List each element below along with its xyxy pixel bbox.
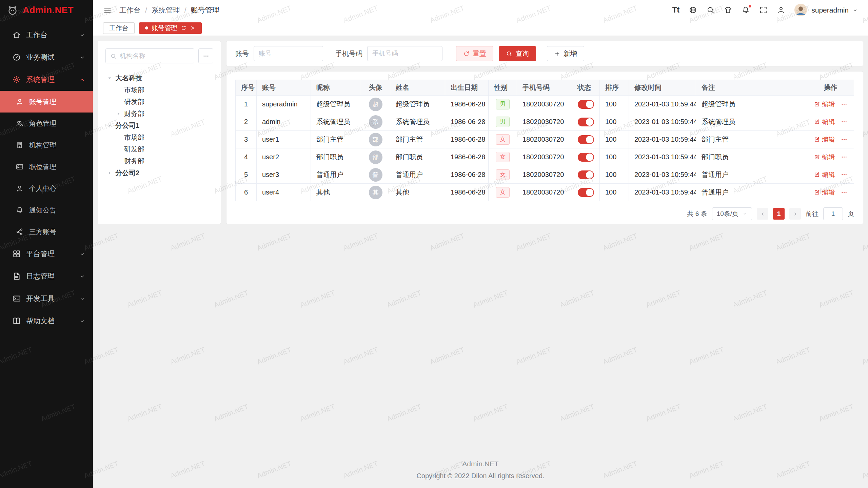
caret-down-icon[interactable]: [107, 123, 113, 128]
caret-right-icon[interactable]: [116, 111, 121, 117]
tree-node[interactable]: 研发部: [105, 143, 213, 155]
hamburger-menu-icon[interactable]: [103, 6, 112, 15]
breadcrumb-item[interactable]: 工作台: [119, 5, 141, 15]
column-header: 出生日期: [445, 80, 489, 96]
sidebar-item-grid[interactable]: 平台管理: [0, 243, 93, 265]
tree-node-label: 财务部: [124, 157, 144, 166]
tab-refresh-icon[interactable]: [181, 25, 186, 31]
row-more-button[interactable]: [841, 171, 848, 178]
tree-node[interactable]: 研发部: [105, 96, 213, 108]
row-more-button[interactable]: [841, 136, 848, 143]
status-toggle[interactable]: [578, 100, 594, 109]
add-button[interactable]: 新增: [547, 46, 584, 61]
tree-node[interactable]: 分公司1: [105, 120, 213, 131]
tree-node[interactable]: 市场部: [105, 131, 213, 143]
page-size-select[interactable]: 10条/页: [712, 207, 752, 220]
tree-node[interactable]: 财务部: [105, 155, 213, 167]
tab-0[interactable]: 工作台: [103, 22, 135, 34]
username[interactable]: superadmin: [811, 6, 849, 14]
cell-birthdate: 1986-06-28: [445, 96, 489, 113]
sidebar-item-compass[interactable]: 业务测试: [0, 46, 93, 68]
breadcrumb-item[interactable]: 账号管理: [191, 5, 219, 15]
tree-more-button[interactable]: [198, 48, 213, 63]
cell-nickname: 其他: [311, 184, 361, 201]
edit-button[interactable]: 编辑: [814, 153, 835, 162]
reset-button[interactable]: 重置: [456, 46, 493, 61]
status-toggle[interactable]: [578, 188, 594, 197]
sidebar-item-doc[interactable]: 日志管理: [0, 265, 93, 287]
cell-nickname: 部门职员: [311, 148, 361, 166]
edit-button[interactable]: 编辑: [814, 170, 835, 179]
status-toggle[interactable]: [578, 118, 594, 126]
page-number-button[interactable]: 1: [773, 208, 785, 220]
tab-1[interactable]: 账号管理: [139, 22, 202, 34]
cell-nickname: 普通用户: [311, 166, 361, 184]
sidebar-item-gear[interactable]: 系统管理: [0, 68, 93, 91]
sidebar-subitem-bell[interactable]: 通知公告: [0, 199, 93, 221]
tree-node[interactable]: 财务部: [105, 108, 213, 120]
goto-page-input[interactable]: [823, 207, 843, 220]
caret-down-icon[interactable]: [107, 75, 113, 81]
breadcrumb-separator: /: [145, 6, 147, 14]
account-input[interactable]: [254, 46, 323, 61]
cell-remark: 普通用户: [696, 166, 807, 184]
cell-birthdate: 1986-06-28: [445, 131, 489, 148]
profile-icon[interactable]: [777, 6, 785, 14]
cell-remark: 部门职员: [696, 148, 807, 166]
row-more-button[interactable]: [841, 189, 848, 196]
status-toggle[interactable]: [578, 135, 594, 144]
notification-bell[interactable]: [742, 6, 750, 14]
search-button[interactable]: 查询: [499, 46, 536, 61]
edit-button[interactable]: 编辑: [814, 100, 835, 109]
account-label: 账号: [235, 49, 249, 58]
sidebar-item-home[interactable]: 工作台: [0, 24, 93, 46]
column-header: 状态: [572, 80, 600, 96]
org-search-box: [105, 48, 194, 63]
tree-node[interactable]: 市场部: [105, 84, 213, 96]
sidebar-subitem-idcard[interactable]: 职位管理: [0, 156, 93, 178]
tree-node[interactable]: 大名科技: [105, 72, 213, 84]
tree-node-label: 分公司1: [115, 121, 139, 130]
phone-input[interactable]: [367, 46, 442, 61]
language-icon[interactable]: [689, 6, 697, 14]
fullscreen-icon[interactable]: [759, 6, 768, 14]
column-header: 性别: [489, 80, 517, 96]
row-actions: 编辑: [813, 135, 848, 144]
sidebar-subitem-building[interactable]: 机构管理: [0, 134, 93, 156]
search-icon[interactable]: [706, 6, 715, 14]
column-header: 修改时间: [629, 80, 696, 96]
brand-logo[interactable]: Admin.NET: [0, 0, 93, 20]
sidebar-subitem-share[interactable]: 三方账号: [0, 221, 93, 243]
org-search-input[interactable]: [120, 52, 190, 60]
sidebar-subitem-profile[interactable]: 个人中心: [0, 178, 93, 199]
page-size-value: 10条/页: [717, 209, 738, 218]
edit-button[interactable]: 编辑: [814, 135, 835, 144]
edit-button[interactable]: 编辑: [814, 188, 835, 197]
table-body: 1 superadmin 超级管理员 超 超级管理员 1986-06-28 男 …: [236, 96, 854, 201]
theme-icon[interactable]: [724, 6, 732, 14]
cell-name: 系统管理员: [390, 113, 445, 131]
font-size-icon[interactable]: Tt: [672, 5, 680, 15]
status-toggle[interactable]: [578, 170, 594, 179]
table-row: 1 superadmin 超级管理员 超 超级管理员 1986-06-28 男 …: [236, 96, 854, 113]
chevron-right-icon: [792, 211, 798, 217]
notification-badge: [748, 4, 752, 8]
row-more-button[interactable]: [841, 101, 848, 108]
breadcrumb-item[interactable]: 系统管理: [152, 5, 180, 15]
tree-node[interactable]: 分公司2: [105, 167, 213, 179]
row-more-button[interactable]: [841, 154, 848, 161]
sidebar-item-terminal[interactable]: 开发工具: [0, 287, 93, 310]
user-avatar[interactable]: [794, 4, 807, 16]
sidebar-subitem-users[interactable]: 角色管理: [0, 113, 93, 134]
column-header: 手机号码: [517, 80, 572, 96]
tab-close-icon[interactable]: [190, 25, 196, 31]
row-more-button[interactable]: [841, 118, 848, 125]
next-page-button[interactable]: [789, 208, 801, 220]
chevron-down-icon[interactable]: [852, 7, 858, 13]
edit-button[interactable]: 编辑: [814, 118, 835, 126]
sidebar-item-book[interactable]: 帮助文档: [0, 310, 93, 332]
sidebar-subitem-user[interactable]: 账号管理: [0, 91, 93, 113]
prev-page-button[interactable]: [757, 208, 768, 220]
status-toggle[interactable]: [578, 153, 594, 162]
caret-right-icon[interactable]: [107, 170, 113, 176]
